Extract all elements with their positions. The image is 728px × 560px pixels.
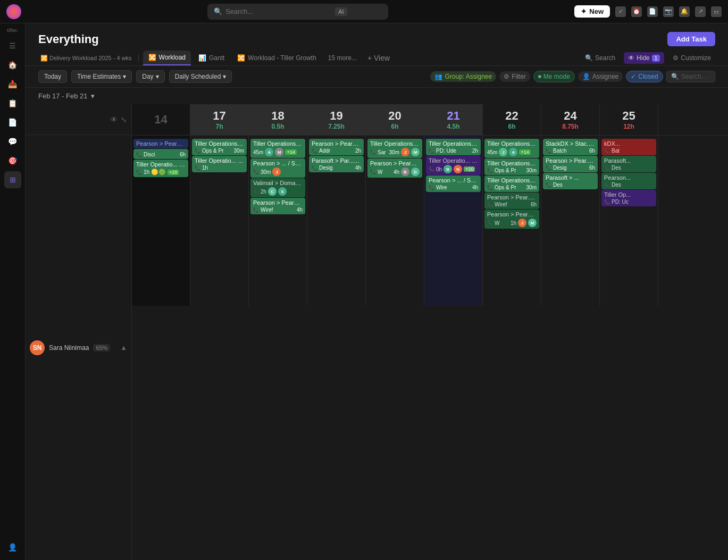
- task-block[interactable]: 📞Disci6h: [133, 149, 188, 159]
- task-block[interactable]: Tiller Operations > ... 📞Ops & Pr30m: [192, 139, 247, 155]
- check-icon[interactable]: ✓: [615, 6, 626, 17]
- page-title: Everything: [38, 32, 99, 46]
- task-block[interactable]: Pearson... 📞Des: [601, 173, 656, 189]
- closed-filter[interactable]: ✓ Closed: [626, 71, 663, 82]
- search-bar[interactable]: 🔍 AI: [207, 4, 388, 20]
- task-block[interactable]: Parasoft... 📞Des: [601, 156, 656, 172]
- task-block[interactable]: Pearson > Pears... / ... 📞Wiref4h: [250, 198, 305, 214]
- filter-button[interactable]: ⚙ Filter: [499, 71, 530, 82]
- phone-icon: 📞: [370, 149, 376, 155]
- me-mode-filter[interactable]: Me mode: [533, 71, 575, 82]
- search-action-button[interactable]: 🔍 Search: [581, 52, 620, 64]
- task-block[interactable]: Pearson > Pears... / ... 📞W1hJM: [484, 210, 539, 229]
- task-block[interactable]: kDX... 📞Bat: [601, 139, 656, 155]
- task-block[interactable]: Pearson > Pears... / ... 📞Addr2h: [309, 139, 364, 155]
- sidebar-item-home[interactable]: 🏠: [4, 56, 21, 73]
- filter-group: 👥 Group: Assignee ⚙ Filter Me mode 👤 Ass…: [430, 71, 715, 82]
- expand-icon[interactable]: ⤡: [121, 115, 127, 124]
- sidebar-item-user[interactable]: 👤: [4, 539, 21, 556]
- date-col-14: 14: [132, 104, 190, 135]
- task-block[interactable]: Pearson > Pears... / ...: [133, 139, 188, 148]
- scheduled-dropdown-icon: ▾: [223, 73, 226, 80]
- phone-icon: 📞: [312, 148, 317, 154]
- today-button[interactable]: Today: [38, 70, 67, 83]
- avatar-sm: A: [265, 148, 273, 156]
- hide-action-button[interactable]: 👁 Hide 1: [624, 52, 664, 64]
- breadcrumb[interactable]: 🔀 Delivery Workload 2025 - 4 wks: [38, 55, 134, 62]
- search-icon: 🔍: [214, 7, 222, 15]
- add-task-button[interactable]: Add Task: [667, 32, 715, 46]
- task-block[interactable]: Valimail > Domain .../ ... 📞2hCS: [250, 178, 305, 197]
- sidebar-item-tasks[interactable]: 📋: [4, 95, 21, 112]
- filter-icon: ⚙: [504, 73, 509, 80]
- sidebar-logo: tiller.: [4, 28, 21, 33]
- search-input[interactable]: [225, 7, 332, 15]
- avatar-sm: J: [499, 148, 507, 156]
- data-col-21: Tiller Operations > ... 📞PD: Ude2h Tille…: [424, 136, 483, 306]
- task-block[interactable]: Tiller Op... 📞PD: Uc: [601, 190, 656, 206]
- app-logo[interactable]: [6, 4, 21, 19]
- eye-icon[interactable]: 👁: [110, 115, 118, 124]
- camera-icon[interactable]: 📷: [663, 6, 674, 17]
- day-dropdown-icon: ▾: [156, 73, 159, 80]
- page-header: Everything Add Task: [26, 23, 728, 46]
- assignee-filter[interactable]: 👤 Assignee: [578, 71, 623, 82]
- group-filter[interactable]: 👥 Group: Assignee: [430, 71, 496, 82]
- avatar-sm: M: [275, 148, 283, 156]
- time-estimates-button[interactable]: Time Estimates ▾: [71, 70, 132, 83]
- task-block[interactable]: Tiller Operations > ... 📞Sar30mJM: [367, 139, 422, 158]
- right-panel: 14 17 7h 18 0.5h: [132, 104, 728, 560]
- task-block[interactable]: Tiller Operations > ... 45mAM+14: [250, 139, 305, 158]
- day-button[interactable]: Day ▾: [136, 70, 164, 83]
- doc-icon[interactable]: 📄: [647, 6, 658, 17]
- sidebar-item-goals[interactable]: 🎯: [4, 152, 21, 169]
- tab-workload[interactable]: 🔀 Workload: [143, 51, 191, 65]
- data-col-22: Tiller Operations > ... 45mJA+14 Tiller …: [483, 136, 541, 306]
- expand-arrow[interactable]: ▲: [120, 344, 127, 352]
- clock-icon[interactable]: ⏰: [631, 6, 642, 17]
- task-block[interactable]: Tiller Operations > ... 📞PD: Ude2h: [426, 139, 481, 155]
- emoji: 🟡🟢: [151, 169, 166, 175]
- avatar: SN: [30, 340, 45, 355]
- avatar-sm: C: [268, 187, 277, 196]
- tab-actions: 🔍 Search 👁 Hide 1 ⚙ Customize: [581, 52, 715, 64]
- avatar-sm: M: [528, 219, 537, 227]
- date-range[interactable]: Feb 17 - Feb 21 ▾: [38, 92, 95, 100]
- new-button[interactable]: ✦ New: [574, 5, 610, 18]
- more-tabs[interactable]: 15 more...: [324, 51, 361, 65]
- tab-workload-growth[interactable]: 🔀 Workload - Tiller Growth: [232, 51, 321, 65]
- task-block[interactable]: Tiller Operatio... / In... 📞1h🟡🟢+20: [133, 160, 188, 177]
- tab-gantt[interactable]: 📊 Gantt: [193, 51, 230, 65]
- task-block[interactable]: Tiller Operations > ... 📞Ops & Pr30m: [484, 175, 539, 192]
- task-block[interactable]: Parasoft > ... 📞Des: [543, 173, 598, 189]
- task-block[interactable]: Pearson > ... / Sprin... 📞30mJ: [250, 158, 305, 178]
- sidebar: tiller. ☰ 🏠 📥 📋 📄 💬 🎯 ⊞ 👤: [0, 23, 26, 560]
- ai-badge[interactable]: AI: [335, 7, 347, 16]
- sidebar-item-chat[interactable]: 💬: [4, 133, 21, 150]
- sidebar-item-toggle[interactable]: ☰: [4, 37, 21, 54]
- task-block[interactable]: Pearson > ... / Sprin... 📞Wire4h: [426, 175, 481, 192]
- task-block[interactable]: Pearson > Pear... / S... 📞Desig6h: [543, 156, 598, 172]
- task-block[interactable]: Tiller Operations > ... 📞Ops & Pr30m: [484, 158, 539, 175]
- share-icon[interactable]: ↗: [695, 6, 706, 17]
- sidebar-item-inbox[interactable]: 📥: [4, 76, 21, 93]
- task-block[interactable]: StackDX > Stac... / S... 📞Batch6h: [543, 139, 598, 155]
- sidebar-item-docs[interactable]: 📄: [4, 114, 21, 131]
- bell-icon[interactable]: 🔔: [679, 6, 690, 17]
- grid-icon[interactable]: ⚏: [711, 6, 722, 17]
- add-view-button[interactable]: + View: [363, 51, 394, 65]
- phone-icon: 📞: [604, 199, 610, 205]
- search-filter[interactable]: 🔍 Search... ·: [666, 71, 715, 82]
- date-header-row: 14 17 7h 18 0.5h: [132, 104, 728, 136]
- scheduled-button[interactable]: Daily Scheduled ▾: [169, 70, 232, 83]
- avatar-sm: B: [401, 168, 409, 176]
- task-block[interactable]: Tiller Operatio... / In... 📞1h: [192, 156, 247, 172]
- task-block[interactable]: Parasoft > Par... / D... 📞Desig4h: [309, 156, 364, 172]
- task-block[interactable]: Pearson > Pear... / S... 📞Wiref6h: [484, 193, 539, 209]
- customize-button[interactable]: ⚙ Customize: [668, 52, 715, 64]
- task-block[interactable]: Pearson > Pears... / ... 📞W4hBD: [367, 158, 422, 178]
- task-block[interactable]: Tiller Operations > ... 45mJA+14: [484, 139, 539, 158]
- task-block[interactable]: Tiller Operatio... / In... 📞0hBN+20: [426, 156, 481, 175]
- sidebar-item-dashboard[interactable]: ⊞: [4, 171, 21, 188]
- toolbar: Today Time Estimates ▾ Day ▾ Daily Sched…: [26, 66, 728, 88]
